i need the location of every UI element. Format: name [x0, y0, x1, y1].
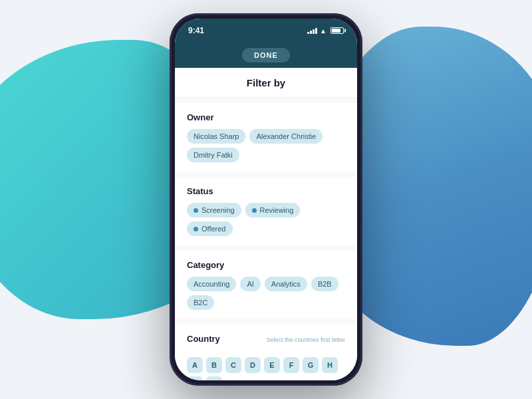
status-label: Status [187, 186, 345, 196]
status-dot-screening [194, 208, 198, 213]
battery-icon [331, 27, 344, 34]
letter-h[interactable]: H [322, 357, 338, 373]
owner-chip-nicolas[interactable]: Nicolas Sharp [187, 129, 245, 144]
status-chip-reviewing[interactable]: Reviewing [245, 203, 301, 217]
category-section: Category Accounting AI Analytics B2B B2C [175, 251, 357, 319]
country-hint: Select the countries first letter [266, 336, 345, 343]
status-bar: 9:41 ▲ [175, 19, 357, 43]
status-chips: Screening Reviewing Offered [187, 203, 345, 236]
status-section: Status Screening Reviewing Offered [175, 177, 357, 245]
country-letters: A B C D E F G H I J [187, 357, 345, 380]
owner-section: Owner Nicolas Sharp Alexander Christie D… [175, 103, 357, 172]
done-bar: DONE [175, 43, 357, 68]
filter-content: Filter by Owner Nicolas Sharp Alexander … [175, 68, 357, 380]
status-icons: ▲ [307, 27, 344, 35]
notch [233, 19, 299, 35]
category-chip-analytics[interactable]: Analytics [265, 277, 307, 291]
owner-label: Owner [187, 112, 345, 122]
letter-f[interactable]: F [283, 357, 299, 373]
letter-b[interactable]: B [206, 357, 222, 373]
category-chip-b2b[interactable]: B2B [311, 277, 338, 291]
country-label: Country [187, 334, 220, 344]
letter-i[interactable]: I [187, 376, 203, 380]
category-chip-accounting[interactable]: Accounting [187, 277, 236, 291]
done-button[interactable]: DONE [242, 48, 290, 63]
owner-chips: Nicolas Sharp Alexander Christie Dmitry … [187, 129, 345, 162]
country-header: Country Select the countries first lette… [187, 334, 345, 350]
filter-title: Filter by [247, 77, 285, 88]
status-dot-offered [194, 227, 198, 231]
status-chip-screening[interactable]: Screening [187, 203, 241, 217]
category-chip-b2c[interactable]: B2C [187, 295, 214, 310]
owner-chip-dmitry[interactable]: Dmitry Fatki [187, 148, 239, 162]
letter-d[interactable]: D [245, 357, 261, 373]
status-time: 9:41 [188, 26, 204, 35]
filter-header: Filter by [175, 68, 357, 98]
category-chips: Accounting AI Analytics B2B B2C [187, 277, 345, 310]
category-chip-ai[interactable]: AI [240, 277, 260, 291]
category-label: Category [187, 260, 345, 270]
phone-mockup: 9:41 ▲ DONE [170, 13, 362, 386]
signal-icon [307, 27, 317, 34]
letter-c[interactable]: C [225, 357, 241, 373]
wifi-icon: ▲ [320, 27, 327, 35]
country-section: Country Select the countries first lette… [175, 325, 357, 380]
letter-a[interactable]: A [187, 357, 203, 373]
letter-g[interactable]: G [303, 357, 319, 373]
letter-j[interactable]: J [206, 376, 222, 380]
letter-e[interactable]: E [264, 357, 280, 373]
status-chip-offered[interactable]: Offered [187, 221, 233, 236]
phone-frame: 9:41 ▲ DONE [170, 13, 362, 386]
owner-chip-alexander[interactable]: Alexander Christie [249, 129, 323, 144]
phone-screen: 9:41 ▲ DONE [175, 19, 357, 380]
status-dot-reviewing [252, 208, 257, 213]
